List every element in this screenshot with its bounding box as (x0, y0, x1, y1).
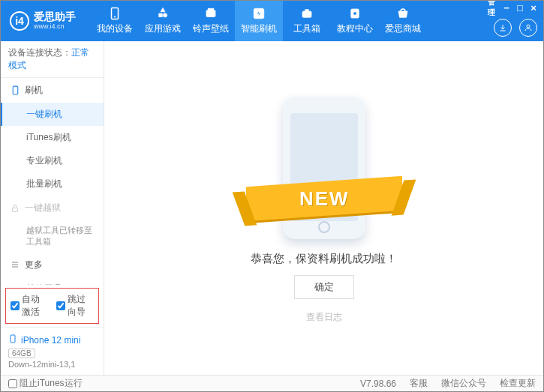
svg-rect-8 (305, 10, 309, 12)
book-icon (347, 7, 362, 20)
connection-status: 设备连接状态：正常模式 (1, 41, 104, 78)
top-nav: 我的设备应用游戏铃声壁纸智能刷机工具箱教程中心爱思商城 (91, 1, 427, 41)
section-jailbreak: 一键越狱 (1, 196, 104, 220)
apps-icon (155, 7, 170, 20)
app-title: 爱思助手 (34, 11, 76, 22)
phone-icon (107, 7, 122, 20)
wechat-link[interactable]: 微信公众号 (441, 377, 486, 390)
block-itunes-checkbox[interactable]: 阻止iTunes运行 (8, 377, 83, 390)
device-sub: Down-12mini-13,1 (8, 360, 96, 369)
svg-rect-14 (11, 335, 15, 343)
svg-rect-2 (159, 13, 163, 17)
app-url: www.i4.cn (34, 23, 76, 31)
service-link[interactable]: 客服 (410, 377, 428, 390)
window-controls: 管理 − □ × (488, 2, 539, 13)
close-button[interactable]: × (528, 2, 539, 13)
tools-icon (299, 7, 314, 20)
svg-rect-5 (208, 8, 214, 10)
svg-rect-13 (13, 208, 18, 211)
svg-point-1 (114, 16, 116, 18)
nav-phone[interactable]: 我的设备 (91, 1, 139, 41)
nav-ringtone[interactable]: 铃声壁纸 (187, 1, 235, 41)
sidebar-item-flash-2[interactable]: 专业刷机 (1, 149, 104, 172)
svg-point-10 (353, 12, 357, 16)
main-content: NEW 恭喜您，保资料刷机成功啦！ 确定 查看日志 (104, 41, 543, 375)
view-log-link[interactable]: 查看日志 (306, 311, 342, 324)
jailbreak-note: 越狱工具已转移至工具箱 (1, 220, 104, 253)
app-header: i4 爱思助手 www.i4.cn 我的设备应用游戏铃声壁纸智能刷机工具箱教程中… (1, 1, 543, 41)
status-bar: 阻止iTunes运行 V7.98.66 客服 微信公众号 检查更新 (1, 375, 543, 391)
device-name[interactable]: iPhone 12 mini (21, 335, 80, 346)
skip-guide-checkbox[interactable]: 跳过向导 (56, 293, 95, 319)
download-button[interactable] (494, 19, 512, 37)
section-more[interactable]: 更多 (1, 253, 104, 277)
minimize-button[interactable]: − (501, 2, 512, 13)
svg-rect-12 (13, 86, 18, 94)
nav-flash[interactable]: 智能刷机 (235, 1, 283, 41)
sidebar-item-more-0[interactable]: 其他工具 (1, 277, 104, 285)
app-logo: i4 爱思助手 www.i4.cn (1, 11, 85, 31)
nav-book[interactable]: 教程中心 (331, 1, 379, 41)
nav-tools[interactable]: 工具箱 (283, 1, 331, 41)
logo-icon: i4 (10, 11, 29, 31)
sidebar-item-flash-1[interactable]: iTunes刷机 (1, 126, 104, 149)
device-panel: iPhone 12 mini 64GB Down-12mini-13,1 (1, 327, 104, 375)
menu-icon (10, 259, 20, 270)
auto-activate-checkbox[interactable]: 自动激活 (11, 293, 49, 319)
lock-icon (10, 203, 20, 214)
success-illustration: NEW (257, 93, 392, 243)
flash-options-highlight: 自动激活 跳过向导 (5, 288, 99, 324)
sidebar: 设备连接状态：正常模式 刷机 一键刷机iTunes刷机专业刷机批量刷机 一键越狱… (1, 41, 104, 375)
sidebar-item-flash-0[interactable]: 一键刷机 (1, 103, 104, 126)
phone-icon (10, 85, 20, 96)
shop-icon (395, 7, 410, 20)
menu-button[interactable]: 管理 (488, 2, 498, 13)
nav-apps[interactable]: 应用游戏 (139, 1, 187, 41)
check-update-link[interactable]: 检查更新 (500, 377, 536, 390)
version-label: V7.98.66 (360, 379, 396, 389)
nav-shop[interactable]: 爱思商城 (379, 1, 427, 41)
section-flash[interactable]: 刷机 (1, 78, 104, 103)
flash-icon (251, 7, 266, 20)
svg-point-11 (527, 25, 530, 28)
svg-point-3 (163, 13, 167, 17)
success-message: 恭喜您，保资料刷机成功啦！ (251, 252, 397, 266)
new-ribbon: NEW (246, 175, 402, 221)
device-capacity: 64GB (8, 349, 35, 358)
maximize-button[interactable]: □ (515, 2, 525, 13)
conn-label: 设备连接状态： (8, 47, 71, 58)
svg-rect-4 (206, 10, 215, 17)
svg-rect-7 (302, 11, 311, 17)
user-button[interactable] (519, 19, 537, 37)
ringtone-icon (203, 7, 218, 20)
phone-icon (8, 334, 17, 346)
confirm-button[interactable]: 确定 (294, 275, 354, 299)
sidebar-item-flash-3[interactable]: 批量刷机 (1, 172, 104, 196)
